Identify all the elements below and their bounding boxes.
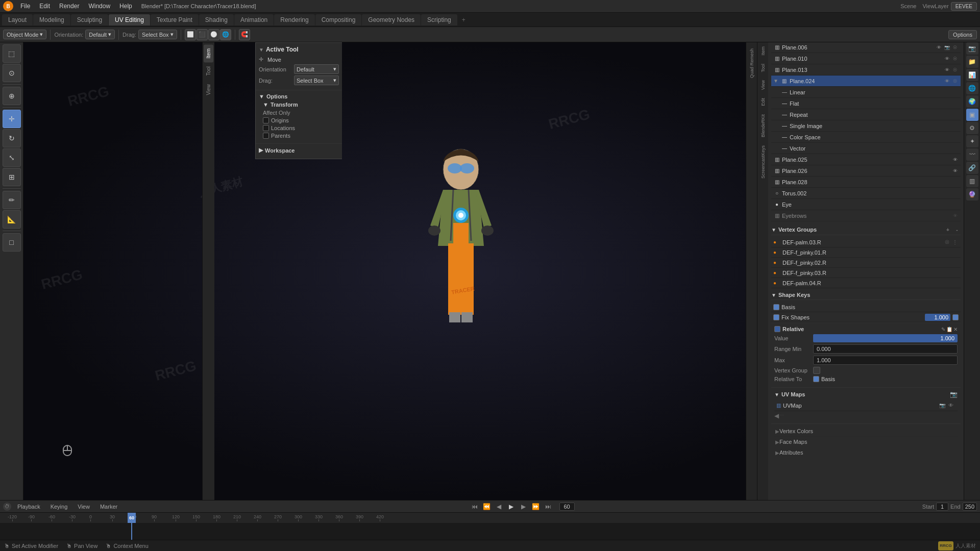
cursor-tool-btn[interactable]: ⊕ [3,87,21,105]
props-material-btn[interactable]: 🔮 [966,188,978,201]
props-object-btn[interactable]: ▣ [966,109,978,121]
options-btn[interactable]: Options [948,30,977,39]
vtab-tool[interactable]: Tool [759,60,767,77]
uv-prev-btn[interactable]: ◀ [774,412,779,419]
side-tab-view[interactable]: View [204,80,213,99]
vtab-edit[interactable]: Edit [759,94,767,110]
vertex-groups-header[interactable]: ▼ Vertex Groups + - [771,224,961,235]
play-btn[interactable]: ▶ [506,502,517,512]
props-constraints-btn[interactable]: 🔗 [966,162,978,174]
add-workspace-btn[interactable]: + [458,14,470,26]
vg-item-2[interactable]: ● DEF-f_pinky.02.R [771,258,961,268]
plane024-sel-btn[interactable]: ☉ [951,78,959,85]
scale-tool-btn[interactable]: ⤡ [3,148,21,167]
view-menu[interactable]: View [74,503,94,511]
keying-menu[interactable]: Keying [46,503,72,511]
uv-render-action[interactable]: 👁 [948,403,955,408]
vg-0-menu[interactable]: ⋮ [951,239,959,246]
plane025-vis-btn[interactable]: 👁 [951,156,959,163]
rendered-btn[interactable]: 🌐 [220,29,231,40]
marker-menu[interactable]: Marker [96,503,121,511]
sk-fix-active[interactable] [952,314,959,320]
end-frame-field[interactable]: 250 [963,503,977,511]
tab-shading[interactable]: Shading [199,14,234,26]
engine-btn[interactable]: EEVEE [951,2,977,11]
measure-tool-btn[interactable]: 📐 [3,210,21,229]
annotate-tool-btn[interactable]: ✏ [3,191,21,209]
vtab-view[interactable]: View [759,76,767,94]
outliner-item-plane013[interactable]: ▥ Plane.013 👁 ☉ [771,64,961,76]
sk-fix-check[interactable] [773,314,779,320]
max-field[interactable]: 1.000 [813,356,958,365]
jump-start-btn[interactable]: ⏮ [470,502,480,512]
shape-keys-header[interactable]: ▼ Shape Keys [771,290,961,300]
props-scene2-btn[interactable]: 🌐 [966,82,978,94]
plane010-sel-btn[interactable]: ☉ [951,55,959,62]
outliner-item-modifiers[interactable]: — Linear [771,87,961,98]
outliner-item-eye[interactable]: ● Eye [771,199,961,210]
sk-basis-check[interactable] [773,304,779,310]
select-circle-tool-btn[interactable]: ⊙ [3,64,21,82]
menu-render[interactable]: Render [55,2,83,11]
props-view-layer-btn[interactable]: 📊 [966,69,978,81]
outliner-item-plane025[interactable]: ▥ Plane.025 👁 [771,154,961,165]
locations-checkbox[interactable] [263,125,269,131]
jump-end-btn[interactable]: ⏭ [543,502,553,512]
vg-field-value[interactable] [813,367,820,374]
props-modifier-btn[interactable]: ⚙ [966,122,978,134]
vtab-item[interactable]: Item [759,42,767,60]
outliner-item-vector[interactable]: — Vector [771,143,961,154]
rel-action-1[interactable]: ✎ [941,327,945,332]
eyebrows-vis-btn[interactable]: 👁 [951,212,959,219]
relative-check[interactable] [774,326,780,332]
move-tool-btn[interactable]: ✛ [3,110,21,128]
uv-item-0[interactable]: ▥ UVMap 📷 👁 [774,400,958,411]
vg-item-4[interactable]: ● DEF-palm.04.R [771,278,961,288]
tab-uv-editing[interactable]: UV Editing [109,14,150,26]
outliner-item-eyebrows[interactable]: ▥ Eyebrows 👁 [771,210,961,221]
plane013-vis-btn[interactable]: 👁 [943,66,950,73]
wireframe-btn[interactable]: ⬜ [185,29,196,40]
attributes-item[interactable]: ▶ Attributes [774,447,958,458]
menu-edit[interactable]: Edit [35,2,54,11]
tab-layout[interactable]: Layout [2,14,33,26]
jump-next-keyframe-btn[interactable]: ⏩ [531,502,541,512]
menu-file[interactable]: File [16,2,34,11]
outliner-item-repeat[interactable]: — Repeat [771,109,961,120]
props-world-btn[interactable]: 🌍 [966,95,978,108]
step-fwd-btn[interactable]: ▶ [519,502,529,512]
vg-remove-btn[interactable]: - [953,226,961,233]
rel-action-2[interactable]: 📋 [946,327,952,332]
select-box-tool-btn[interactable]: ⬚ [3,44,21,63]
outliner-item-plane006[interactable]: ▥ Plane.006 👁 📷 ☉ [771,42,961,53]
jump-prev-keyframe-btn[interactable]: ⏪ [482,502,492,512]
sk-item-basis[interactable]: Basis [771,302,961,312]
vg-item-3[interactable]: ● DEF-f_pinky.03.R [771,268,961,278]
tab-texture-paint[interactable]: Texture Paint [151,14,199,26]
range-min-field[interactable]: 0.000 [813,344,958,354]
snap-toggle-btn[interactable]: 🧲 [239,29,250,40]
add-primitive-btn[interactable]: □ [3,233,21,252]
uv-cam-action[interactable]: 📷 [939,403,946,408]
tab-sculpting[interactable]: Sculpting [71,14,108,26]
vg-add-btn[interactable]: + [944,226,951,233]
playback-menu[interactable]: Playback [13,503,44,511]
outliner-item-torus002[interactable]: ○ Torus.002 [771,188,961,199]
vertex-colors-item[interactable]: ▶ Vertex Colors [774,426,958,437]
plane006-render-btn[interactable]: 📷 [943,44,950,51]
vg-0-sel[interactable]: ☉ [943,239,950,246]
orientation-dropdown[interactable]: Default ▾ [85,30,115,39]
start-frame-field[interactable]: 1 [936,503,948,511]
orientation-field-dropdown[interactable]: Default ▾ [294,64,339,74]
vtab-screencast[interactable]: ScreencastKeys [759,141,767,183]
outliner-item-color-space[interactable]: — Color Space [771,132,961,143]
step-back-btn[interactable]: ◀ [494,502,504,512]
face-maps-item[interactable]: ▶ Face Maps [774,437,958,447]
outliner-item-plane028[interactable]: ▥ Plane.028 [771,177,961,188]
plane013-sel-btn[interactable]: ☉ [951,66,959,73]
tab-scripting[interactable]: Scripting [421,14,457,26]
rotate-tool-btn[interactable]: ↻ [3,129,21,147]
current-frame-field[interactable]: 60 [559,503,575,511]
drag-field-dropdown[interactable]: Select Box ▾ [294,76,339,85]
props-output-btn[interactable]: 📁 [966,56,978,68]
